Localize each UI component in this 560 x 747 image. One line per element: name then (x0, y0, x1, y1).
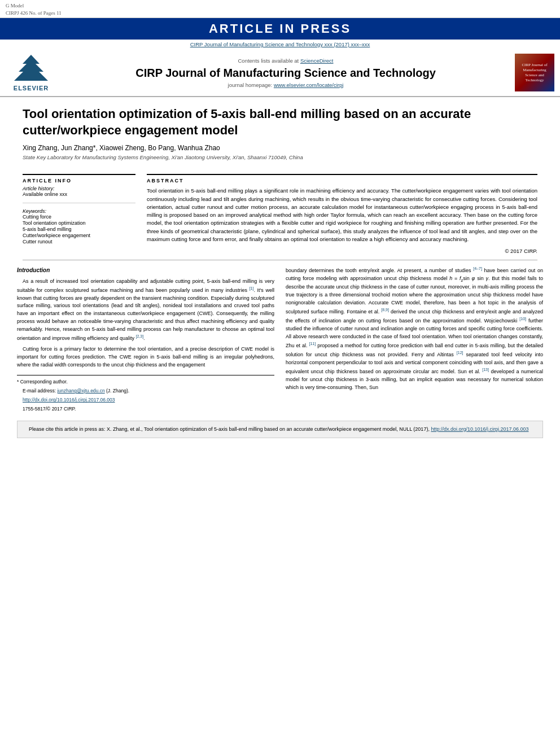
homepage-prefix: journal homepage: (228, 82, 273, 88)
keyword-1: Cutting force (23, 214, 135, 220)
ref-code-label: CIRPJ 426 No. of Pages 11 (6, 10, 62, 16)
citation-bar: Please cite this article in press as: X.… (17, 421, 543, 439)
article-info-panel: ARTICLE INFO Article history: Available … (23, 174, 135, 254)
section-divider (23, 260, 537, 260)
body-col-left: Introduction As a result of increased to… (17, 266, 274, 415)
footnote-doi: http://dx.doi.org/10.1016/j.cirpj.2017.0… (17, 396, 274, 404)
elsevier-logo (8, 54, 54, 85)
contents-line: Contents lists available at ScienceDirec… (238, 58, 334, 64)
abstract-text: Tool orientation in 5-axis ball-end mill… (147, 187, 537, 243)
homepage-url[interactable]: www.elsevier.com/locate/cirpj (274, 82, 344, 88)
citation-text: Please cite this article in press as: X.… (29, 426, 431, 432)
body-col-right: boundary determines the tooth entry/exit… (286, 266, 543, 415)
article-title: Tool orientation optimization of 5-axis … (23, 106, 537, 138)
article-info-title: ARTICLE INFO (23, 178, 135, 184)
article-in-press-text: ARTICLE IN PRESS (209, 21, 351, 36)
journal-header: ELSEVIER Contents lists available at Sci… (0, 49, 560, 97)
article-title-section: Tool orientation optimization of 5-axis … (0, 97, 560, 174)
intro-para-1: As a result of increased tool orientatio… (17, 278, 274, 343)
authors-text: Xing Zhang, Jun Zhang*, Xiaowei Zheng, B… (23, 144, 220, 152)
footnote-area: * Corresponding author. E-mail address: … (17, 375, 274, 413)
doi-link[interactable]: CIRP Journal of Manufacturing Science an… (190, 41, 370, 47)
elsevier-text: ELSEVIER (14, 85, 49, 91)
contents-prefix: Contents lists available at (238, 58, 299, 64)
keywords-section: Keywords: Cutting force Tool orientation… (23, 203, 135, 244)
body-content: Introduction As a result of increased to… (0, 266, 560, 415)
article-in-press-banner: ARTICLE IN PRESS (0, 18, 560, 40)
elsevier-logo-block: ELSEVIER (6, 54, 56, 91)
g-model-label: G Model (6, 3, 24, 8)
keyword-2: Tool orientation optimization (23, 220, 135, 226)
keyword-5: Cutter runout (23, 239, 135, 244)
thumb-text: CIRP Journal of Manufacturing Science an… (517, 63, 552, 83)
footnote-issn: 1755-5817/© 2017 CIRP. (17, 405, 274, 413)
article-authors: Xing Zhang, Jun Zhang*, Xiaowei Zheng, B… (23, 144, 537, 152)
info-abstract-section: ARTICLE INFO Article history: Available … (0, 174, 560, 254)
elsevier-tree-svg (8, 54, 54, 82)
top-banner: G Model CIRPJ 426 No. of Pages 11 (0, 0, 560, 18)
right-para-1: boundary determines the tooth entry/exit… (286, 266, 543, 392)
history-label: Article history: (23, 186, 135, 191)
journal-header-center: Contents lists available at ScienceDirec… (62, 54, 509, 91)
journal-title: CIRP Journal of Manufacturing Science an… (135, 66, 436, 80)
sciencedirect-link[interactable]: ScienceDirect (300, 58, 334, 64)
footnote-corresponding: * Corresponding author. (17, 378, 274, 386)
abstract-section: ABSTRACT Tool orientation in 5-axis ball… (147, 174, 537, 254)
doi-footnote-link[interactable]: http://dx.doi.org/10.1016/j.cirpj.2017.0… (23, 397, 115, 403)
article-affiliation: State Key Laboratory for Manufacturing S… (23, 154, 537, 160)
footnote-email: E-mail address: junzhang@xjtu.edu.cn (J.… (17, 387, 274, 395)
available-online: Available online xxx (23, 191, 135, 197)
journal-thumb: CIRP Journal of Manufacturing Science an… (515, 54, 554, 91)
copyright-line: © 2017 CIRP. (147, 248, 537, 254)
citation-doi-link[interactable]: http://dx.doi.org/10.1016/j.cirpj.2017.0… (431, 426, 528, 432)
abstract-title: ABSTRACT (147, 178, 537, 184)
keyword-3: 5-axis ball-end milling (23, 226, 135, 232)
journal-model-info: G Model CIRPJ 426 No. of Pages 11 (6, 2, 62, 16)
email-link[interactable]: junzhang@xjtu.edu.cn (57, 388, 104, 394)
keyword-4: Cutter/workpiece engagement (23, 233, 135, 238)
introduction-heading: Introduction (17, 266, 274, 275)
keywords-label: Keywords: (23, 208, 135, 214)
doi-line: CIRP Journal of Manufacturing Science an… (0, 40, 560, 49)
intro-para-2: Cutting force is a primary factor to det… (17, 346, 274, 369)
journal-homepage: journal homepage: www.elsevier.com/locat… (228, 82, 344, 88)
